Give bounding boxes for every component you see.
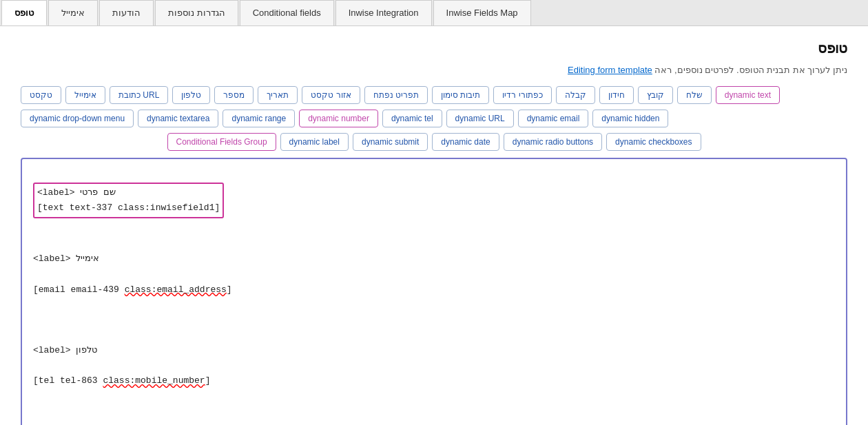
- main-content: טופס ניתן לערוך את תבנית הטופס. לפרטים נ…: [0, 26, 868, 425]
- code-line-tel-field: [tel tel-863 class:mobile_number]: [33, 373, 835, 388]
- field-buttons-row-3: dynamic checkboxes dynamic radio buttons…: [21, 133, 847, 151]
- btn-dynamic-hidden[interactable]: dynamic hidden: [592, 110, 668, 127]
- btn-text[interactable]: טקסט: [21, 86, 61, 104]
- code-line-blank-1: [33, 221, 835, 236]
- btn-url[interactable]: URL כתובת: [110, 86, 168, 104]
- tel-class-underline: class:mobile_number: [103, 375, 205, 386]
- tab-extra-settings[interactable]: הגדרות נוספות: [155, 0, 238, 25]
- btn-receive[interactable]: קבלה: [556, 86, 595, 104]
- btn-dynamic-date[interactable]: dynamic date: [432, 133, 499, 151]
- btn-dynamic-submit[interactable]: dynamic submit: [353, 133, 428, 151]
- btn-date[interactable]: תאריך: [258, 86, 298, 104]
- code-line-blank-3: [33, 404, 835, 419]
- code-line-1: <label> שם פרטי: [37, 185, 220, 200]
- btn-email[interactable]: אימייל: [65, 86, 105, 104]
- btn-conditional-fields-group[interactable]: Conditional Fields Group: [167, 133, 276, 151]
- code-line-2: [text text-337 class:inwisefield1]: [37, 200, 220, 216]
- btn-dynamic-checkboxes[interactable]: dynamic checkboxes: [606, 133, 701, 151]
- btn-dynamic-number[interactable]: dynamic number: [299, 110, 378, 127]
- email-class-underline: class:email_address: [125, 284, 227, 295]
- btn-checkboxes[interactable]: תיבות סימון: [432, 86, 489, 104]
- tab-topos[interactable]: טופס: [1, 0, 47, 25]
- tab-inwise-fields-map[interactable]: Inwise Fields Map: [433, 0, 531, 25]
- btn-textarea[interactable]: אזור טקסט: [302, 86, 360, 104]
- btn-dynamic-range[interactable]: dynamic range: [223, 110, 295, 127]
- code-editor[interactable]: <label> שם פרטי[text text-337 class:inwi…: [21, 158, 847, 425]
- top-tabs-bar: טופס אימייל הודעות הגדרות נוספות Conditi…: [0, 0, 868, 26]
- btn-dropdown[interactable]: תפריט נפתח: [364, 86, 428, 104]
- btn-send[interactable]: שלח: [677, 86, 712, 104]
- field-buttons-row-2: dynamic hidden dynamic email dynamic URL…: [21, 110, 847, 127]
- code-line-tel-label: <label> טלפון: [33, 343, 835, 358]
- tab-inwise-integration[interactable]: Inwise Integration: [335, 0, 432, 25]
- btn-file[interactable]: קובץ: [638, 86, 673, 104]
- btn-quiz[interactable]: חידון: [599, 86, 634, 104]
- tab-messages[interactable]: הודעות: [99, 0, 154, 25]
- btn-dynamic-text[interactable]: dynamic text: [716, 86, 780, 104]
- btn-dynamic-radio-buttons[interactable]: dynamic radio buttons: [504, 133, 602, 151]
- code-line-email-label: <label> אימייל: [33, 251, 835, 267]
- btn-dynamic-url[interactable]: dynamic URL: [446, 110, 514, 127]
- tab-email[interactable]: אימייל: [48, 0, 98, 25]
- btn-phone[interactable]: טלפון: [172, 86, 210, 104]
- btn-dynamic-textarea[interactable]: dynamic textarea: [138, 110, 218, 127]
- btn-number[interactable]: מספר: [214, 86, 254, 104]
- editing-note: ניתן לערוך את תבנית הטופס. לפרטים נוספים…: [21, 65, 847, 75]
- btn-dynamic-dropdown[interactable]: dynamic drop-down menu: [21, 110, 134, 127]
- selected-code-block: <label> שם פרטי[text text-337 class:inwi…: [33, 183, 224, 218]
- btn-dynamic-tel[interactable]: dynamic tel: [382, 110, 442, 127]
- code-line-email-field: [email email-439 class:email_address]: [33, 282, 835, 298]
- page-title: טופס: [21, 40, 847, 56]
- code-line-blank-2: [33, 313, 835, 328]
- editing-form-template-link[interactable]: Editing form template: [568, 65, 652, 75]
- btn-dynamic-email[interactable]: dynamic email: [518, 110, 589, 127]
- tab-conditional-fields[interactable]: Conditional fields: [240, 0, 334, 25]
- btn-dynamic-label[interactable]: dynamic label: [280, 133, 349, 151]
- field-buttons-row-1: dynamic text שלח קובץ חידון קבלה כפתורי …: [21, 86, 847, 104]
- btn-radio[interactable]: כפתורי רדיו: [493, 86, 551, 104]
